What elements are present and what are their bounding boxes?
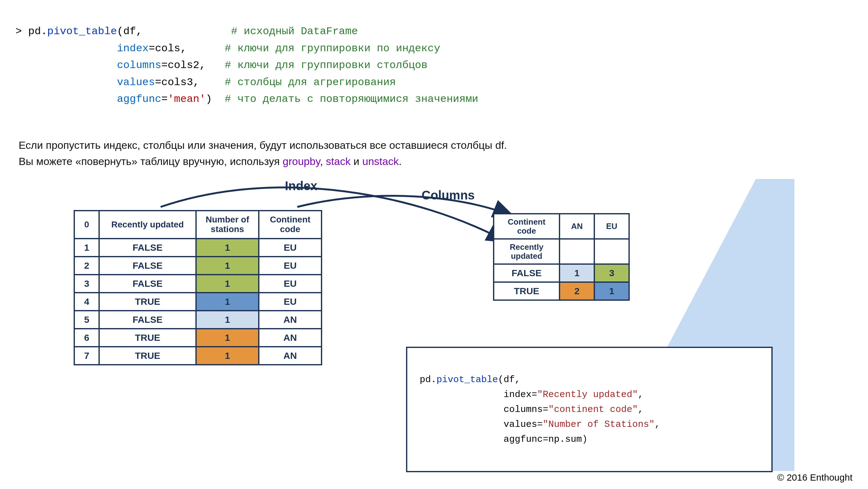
val-columns: cols2 bbox=[168, 59, 199, 71]
fn-stack: stack bbox=[326, 155, 350, 167]
cell-idx: 6 bbox=[74, 329, 99, 347]
cell-continent: EU bbox=[259, 256, 321, 275]
cell-continent: EU bbox=[259, 239, 321, 256]
param-aggfunc: aggfunc bbox=[117, 93, 161, 105]
comment-line-3: # ключи для группировки столбцов bbox=[225, 59, 428, 71]
cp-columns-val: "continent code" bbox=[548, 404, 638, 415]
pivot-cell: 1 bbox=[594, 282, 629, 300]
cell-stations: 1 bbox=[196, 311, 259, 329]
prompt: > bbox=[16, 26, 28, 37]
cell-idx: 5 bbox=[74, 311, 99, 329]
fn-unstack: unstack bbox=[362, 155, 399, 167]
table-row: 5FALSE1AN bbox=[74, 311, 321, 329]
cell-stations: 1 bbox=[196, 256, 259, 275]
cell-continent: EU bbox=[259, 275, 321, 293]
table-row: 3FALSE1EU bbox=[74, 275, 321, 293]
val-values: cols3 bbox=[161, 77, 193, 88]
pivot-col-eu: EU bbox=[594, 214, 629, 239]
code-signature: > pd.pivot_table(df, # исходный DataFram… bbox=[16, 6, 856, 125]
comment-line-2: # ключи для группировки по индексу bbox=[225, 42, 440, 54]
pivot-row-label: TRUE bbox=[494, 282, 559, 300]
param-index: index bbox=[117, 42, 149, 54]
explanation-text: Если пропустить индекс, столбцы или знач… bbox=[19, 137, 856, 170]
cell-idx: 3 bbox=[74, 275, 99, 293]
param-values: values bbox=[117, 77, 155, 88]
cp-columns: columns bbox=[504, 404, 543, 415]
cell-continent: AN bbox=[259, 347, 321, 365]
cp-post: (df, bbox=[498, 374, 520, 385]
cp-aggfunc-val: np.sum bbox=[548, 434, 582, 445]
cell-updated: FALSE bbox=[99, 311, 196, 329]
comment-line-5: # что делать с повторяющимися значениями bbox=[225, 93, 478, 105]
cell-idx: 2 bbox=[74, 256, 99, 275]
pivot-row-label: FALSE bbox=[494, 264, 559, 282]
sep1: , bbox=[320, 155, 326, 167]
cp-func: pivot_table bbox=[436, 374, 498, 385]
cell-idx: 7 bbox=[74, 347, 99, 365]
table-row: 4TRUE1EU bbox=[74, 293, 321, 311]
cell-stations: 1 bbox=[196, 329, 259, 347]
pivot-col-an: AN bbox=[559, 214, 594, 239]
cell-stations: 1 bbox=[196, 239, 259, 256]
table-row: 1FALSE1EU bbox=[74, 239, 321, 256]
pivot-cell: 3 bbox=[594, 264, 629, 282]
table-row: 7TRUE1AN bbox=[74, 347, 321, 365]
comment-line-1: # исходный DataFrame bbox=[231, 26, 358, 37]
cp-index-val: "Recently updated" bbox=[537, 389, 638, 400]
val-index: cols bbox=[155, 42, 181, 54]
cell-continent: AN bbox=[259, 311, 321, 329]
source-table: 0 Recently updated Number of stations Co… bbox=[74, 210, 322, 365]
cell-idx: 1 bbox=[74, 239, 99, 256]
cp-pre: pd. bbox=[420, 374, 436, 385]
cp-index: index bbox=[504, 389, 532, 400]
pivot-cell: 1 bbox=[559, 264, 594, 282]
pivot-header-row-2: Recently updated bbox=[494, 239, 629, 264]
header-idx: 0 bbox=[74, 211, 99, 239]
pivot-cell: 2 bbox=[559, 282, 594, 300]
copyright: © 2016 Enthought bbox=[777, 472, 852, 483]
cell-continent: AN bbox=[259, 329, 321, 347]
header-continent: Continent code bbox=[259, 211, 321, 239]
pivot-row: TRUE21 bbox=[494, 282, 629, 300]
cell-idx: 4 bbox=[74, 293, 99, 311]
tail: . bbox=[399, 155, 401, 167]
cell-updated: TRUE bbox=[99, 347, 196, 365]
cp-values-val: "Number of Stations" bbox=[543, 419, 655, 430]
table-row: 6TRUE1AN bbox=[74, 329, 321, 347]
pivot-header-row-1: Continent code AN EU bbox=[494, 214, 629, 239]
cell-updated: TRUE bbox=[99, 293, 196, 311]
pivot-corner: Continent code bbox=[494, 214, 559, 239]
explanation-line-1: Если пропустить индекс, столбцы или знач… bbox=[19, 137, 856, 153]
header-stations: Number of stations bbox=[196, 211, 259, 239]
cp-aggfunc: aggfunc bbox=[504, 434, 543, 445]
cp-values: values bbox=[504, 419, 537, 430]
label-columns: Columns bbox=[422, 188, 475, 202]
pivot-empty-2 bbox=[594, 239, 629, 264]
cell-stations: 1 bbox=[196, 347, 259, 365]
table-header-row: 0 Recently updated Number of stations Co… bbox=[74, 211, 321, 239]
fn-groupby: groupby bbox=[283, 155, 320, 167]
pivot-rowheader-label: Recently updated bbox=[494, 239, 559, 264]
cell-updated: FALSE bbox=[99, 239, 196, 256]
cell-continent: EU bbox=[259, 293, 321, 311]
pivot-result-table: Continent code AN EU Recently updated FA… bbox=[493, 213, 630, 301]
pivot-empty-1 bbox=[559, 239, 594, 264]
cell-updated: FALSE bbox=[99, 256, 196, 275]
comment-line-4: # столбцы для агрегирования bbox=[225, 77, 396, 88]
explanation-line-2-pre: Вы можете «повернуть» таблицу вручную, и… bbox=[19, 155, 283, 167]
table-row: 2FALSE1EU bbox=[74, 256, 321, 275]
label-index: Index bbox=[285, 179, 317, 193]
cell-stations: 1 bbox=[196, 275, 259, 293]
func-name: pivot_table bbox=[47, 26, 117, 37]
cell-updated: FALSE bbox=[99, 275, 196, 293]
header-updated: Recently updated bbox=[99, 211, 196, 239]
param-columns: columns bbox=[117, 59, 161, 71]
cell-updated: TRUE bbox=[99, 329, 196, 347]
code-example-panel: pd.pivot_table(df, index="Recently updat… bbox=[406, 347, 773, 472]
pivot-row: FALSE13 bbox=[494, 264, 629, 282]
cell-stations: 1 bbox=[196, 293, 259, 311]
sep2: и bbox=[350, 155, 362, 167]
val-aggfunc: 'mean' bbox=[168, 93, 206, 105]
